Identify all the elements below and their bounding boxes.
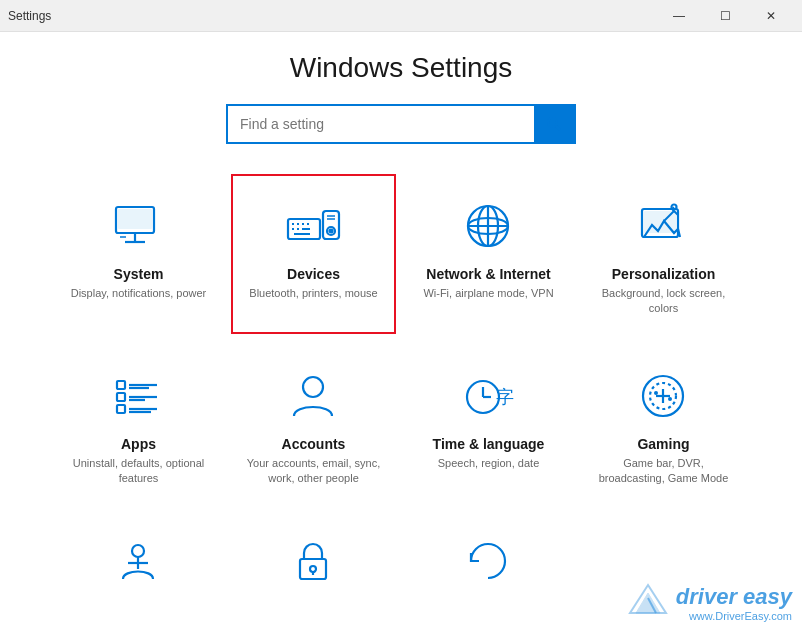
svg-point-50 — [654, 391, 658, 395]
search-input[interactable] — [228, 116, 534, 132]
accounts-icon — [284, 366, 344, 426]
svg-point-56 — [310, 566, 316, 572]
personalization-desc: Background, lock screen, colors — [593, 286, 734, 317]
gaming-desc: Game bar, DVR, broadcasting, Game Mode — [593, 456, 734, 487]
update-icon — [459, 531, 519, 591]
network-icon — [459, 196, 519, 256]
settings-grid: System Display, notifications, power — [40, 174, 762, 504]
network-name: Network & Internet — [426, 266, 550, 282]
personalization-icon — [634, 196, 694, 256]
system-icon — [109, 196, 169, 256]
accounts-desc: Your accounts, email, sync, work, other … — [243, 456, 384, 487]
watermark-logo — [628, 583, 668, 623]
system-name: System — [114, 266, 164, 282]
accounts-name: Accounts — [282, 436, 346, 452]
time-desc: Speech, region, date — [438, 456, 540, 471]
close-button[interactable]: ✕ — [748, 0, 794, 32]
devices-desc: Bluetooth, printers, mouse — [249, 286, 377, 301]
apps-desc: Uninstall, defaults, optional features — [68, 456, 209, 487]
setting-apps[interactable]: Apps Uninstall, defaults, optional featu… — [56, 344, 221, 504]
setting-system[interactable]: System Display, notifications, power — [56, 174, 221, 334]
search-bar — [226, 104, 576, 144]
brand-url: www.DriverEasy.com — [676, 610, 792, 622]
watermark: driver easy www.DriverEasy.com — [628, 583, 792, 623]
setting-devices[interactable]: Devices Bluetooth, printers, mouse — [231, 174, 396, 334]
svg-point-51 — [668, 397, 672, 401]
time-name: Time & language — [433, 436, 545, 452]
network-desc: Wi-Fi, airplane mode, VPN — [423, 286, 553, 301]
main-content: Windows Settings System Di — [0, 32, 802, 633]
svg-point-52 — [132, 545, 144, 557]
search-button[interactable] — [534, 105, 574, 143]
maximize-button[interactable]: ☐ — [702, 0, 748, 32]
setting-update[interactable] — [406, 509, 571, 618]
svg-rect-5 — [118, 209, 152, 229]
svg-point-41 — [303, 377, 323, 397]
setting-gaming[interactable]: Gaming Game bar, DVR, broadcasting, Game… — [581, 344, 746, 504]
setting-network[interactable]: Network & Internet Wi-Fi, airplane mode,… — [406, 174, 571, 334]
devices-icon — [284, 196, 344, 256]
svg-rect-33 — [117, 393, 125, 401]
gaming-icon — [634, 366, 694, 426]
svg-rect-34 — [117, 405, 125, 413]
window-controls: — ☐ ✕ — [656, 0, 794, 32]
svg-line-1 — [556, 126, 560, 130]
app-title: Settings — [8, 9, 51, 23]
search-icon — [546, 116, 562, 132]
apps-name: Apps — [121, 436, 156, 452]
setting-personalization[interactable]: Personalization Background, lock screen,… — [581, 174, 746, 334]
ease-icon — [109, 531, 169, 591]
brand-name: driver easy — [676, 584, 792, 610]
svg-point-18 — [329, 230, 332, 233]
setting-accounts[interactable]: Accounts Your accounts, email, sync, wor… — [231, 344, 396, 504]
system-desc: Display, notifications, power — [71, 286, 207, 301]
apps-icon — [109, 366, 169, 426]
page-title: Windows Settings — [290, 52, 513, 84]
privacy-icon — [284, 531, 344, 591]
title-bar: Settings — ☐ ✕ — [0, 0, 802, 32]
svg-text:字: 字 — [496, 387, 514, 407]
svg-point-0 — [548, 118, 557, 127]
setting-time[interactable]: 字 Time & language Speech, region, date — [406, 344, 571, 504]
time-icon: 字 — [459, 366, 519, 426]
svg-rect-32 — [117, 381, 125, 389]
watermark-text: driver easy www.DriverEasy.com — [676, 584, 792, 622]
devices-name: Devices — [287, 266, 340, 282]
svg-rect-55 — [300, 559, 326, 579]
gaming-name: Gaming — [637, 436, 689, 452]
minimize-button[interactable]: — — [656, 0, 702, 32]
personalization-name: Personalization — [612, 266, 715, 282]
svg-marker-59 — [636, 593, 660, 613]
setting-privacy[interactable] — [231, 509, 396, 618]
setting-ease[interactable] — [56, 509, 221, 618]
